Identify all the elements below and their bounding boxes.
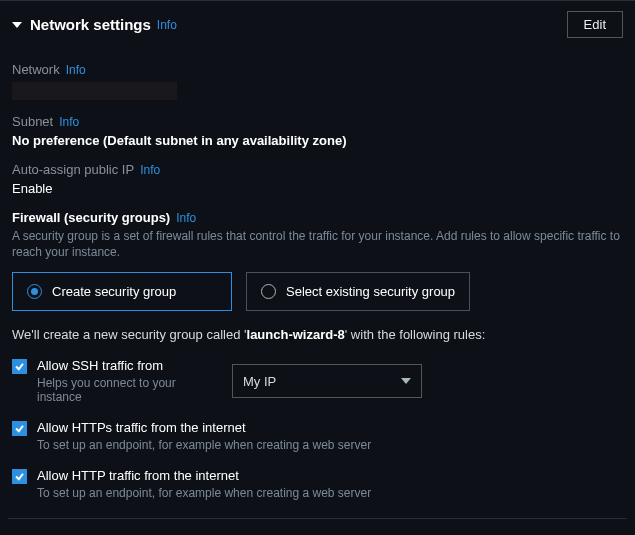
ssh-rule-row: Allow SSH traffic from Helps you connect… (12, 358, 623, 404)
https-rule-row: Allow HTTPs traffic from the internet To… (12, 420, 623, 452)
sg-intro-post: ' with the following rules: (345, 327, 486, 342)
http-rule-row: Allow HTTP traffic from the internet To … (12, 468, 623, 500)
panel-header-left: Network settings Info (12, 16, 177, 33)
https-checkbox[interactable] (12, 421, 27, 436)
network-field: Network Info (12, 62, 623, 100)
chevron-down-icon (401, 378, 411, 384)
subnet-field: Subnet Info No preference (Default subne… (12, 114, 623, 148)
http-checkbox[interactable] (12, 469, 27, 484)
firewall-radio-group: Create security group Select existing se… (12, 272, 623, 311)
http-help: To set up an endpoint, for example when … (37, 486, 371, 500)
panel-info-link[interactable]: Info (157, 18, 177, 32)
public-ip-label: Auto-assign public IP (12, 162, 134, 177)
sg-intro: We'll create a new security group called… (12, 327, 623, 342)
create-sg-label: Create security group (52, 284, 176, 299)
subnet-value: No preference (Default subnet in any ava… (12, 133, 623, 148)
create-sg-radio[interactable]: Create security group (12, 272, 232, 311)
select-sg-label: Select existing security group (286, 284, 455, 299)
collapse-caret-icon[interactable] (12, 22, 22, 28)
subnet-info-link[interactable]: Info (59, 115, 79, 129)
panel-header: Network settings Info Edit (12, 11, 623, 48)
ssh-checkbox[interactable] (12, 359, 27, 374)
ssh-source-value: My IP (243, 374, 276, 389)
public-ip-info-link[interactable]: Info (140, 163, 160, 177)
ssh-source-dropdown[interactable]: My IP (232, 364, 422, 398)
public-ip-value: Enable (12, 181, 623, 196)
public-ip-field: Auto-assign public IP Info Enable (12, 162, 623, 196)
select-sg-radio[interactable]: Select existing security group (246, 272, 470, 311)
http-title: Allow HTTP traffic from the internet (37, 468, 371, 483)
panel-title: Network settings (30, 16, 151, 33)
firewall-help: A security group is a set of firewall ru… (12, 228, 623, 260)
radio-icon (27, 284, 42, 299)
firewall-info-link[interactable]: Info (176, 211, 196, 225)
warning-banner: Rules with source of 0.0.0.0/0 allow all… (8, 518, 627, 535)
network-settings-panel: Network settings Info Edit Network Info … (0, 0, 635, 535)
firewall-field: Firewall (security groups) Info A securi… (12, 210, 623, 311)
https-help: To set up an endpoint, for example when … (37, 438, 371, 452)
ssh-title: Allow SSH traffic from (37, 358, 222, 373)
edit-button[interactable]: Edit (567, 11, 623, 38)
sg-name: launch-wizard-8 (247, 327, 345, 342)
subnet-label: Subnet (12, 114, 53, 129)
https-title: Allow HTTPs traffic from the internet (37, 420, 371, 435)
ssh-help: Helps you connect to your instance (37, 376, 222, 404)
network-info-link[interactable]: Info (66, 63, 86, 77)
firewall-label: Firewall (security groups) (12, 210, 170, 225)
network-value-redacted (12, 82, 177, 100)
radio-icon (261, 284, 276, 299)
network-label: Network (12, 62, 60, 77)
sg-intro-pre: We'll create a new security group called… (12, 327, 247, 342)
